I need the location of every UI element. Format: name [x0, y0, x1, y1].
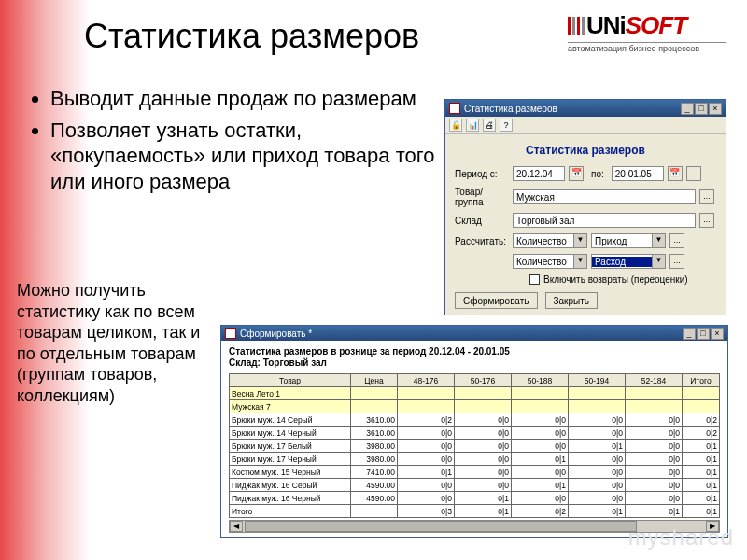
calc-direction-1-select[interactable]: Приход ▼ — [591, 233, 666, 248]
table-row[interactable]: Пиджак муж. 16 Черный4590.000|00|10|00|0… — [230, 492, 720, 505]
table-cell — [398, 387, 455, 400]
column-header[interactable]: 50-176 — [455, 374, 512, 387]
table-cell: 0|1 — [398, 466, 455, 479]
table-cell: 0|1 — [512, 479, 569, 492]
table-cell — [683, 400, 720, 413]
result-title-bar[interactable]: Сформировать * _ □ × — [221, 326, 727, 341]
warehouse-more-button[interactable]: ... — [699, 213, 714, 228]
date-from-input[interactable] — [513, 166, 565, 181]
calendar-to-button[interactable]: 📅 — [668, 166, 683, 181]
table-cell: 0|0 — [398, 479, 455, 492]
table-cell: 0|2 — [683, 413, 720, 427]
period-more-button[interactable]: ... — [686, 166, 701, 181]
table-cell: 0|0 — [398, 427, 455, 440]
maximize-button[interactable]: □ — [695, 103, 708, 115]
svg-rect-2 — [577, 17, 580, 35]
form-button[interactable]: Сформировать — [455, 292, 538, 309]
maximize-button[interactable]: □ — [697, 328, 710, 340]
warehouse-input[interactable] — [513, 213, 696, 228]
table-cell: 0|1 — [569, 505, 626, 518]
column-header[interactable]: Итого — [683, 374, 720, 387]
column-header[interactable]: Товар — [230, 374, 351, 387]
table-cell: 0|0 — [626, 427, 683, 440]
chevron-down-icon: ▼ — [573, 255, 586, 268]
print-icon[interactable]: 🖨 — [483, 119, 496, 132]
close-button[interactable]: × — [709, 103, 722, 115]
table-row[interactable]: Брюки муж. 17 Черный3980.000|00|00|10|00… — [230, 453, 720, 466]
column-header[interactable]: 52-184 — [626, 374, 683, 387]
table-cell: 0|0 — [569, 479, 626, 492]
minimize-button[interactable]: _ — [683, 328, 696, 340]
table-cell: 3980.00 — [351, 440, 398, 453]
table-cell: 0|0 — [626, 413, 683, 427]
table-row[interactable]: Пиджак муж. 16 Серый4590.000|00|00|10|00… — [230, 479, 720, 492]
table-cell: Костюм муж. 15 Черный — [230, 466, 351, 479]
warehouse-label: Склад — [455, 216, 509, 226]
help-icon[interactable]: ? — [500, 119, 513, 132]
group-input[interactable] — [513, 189, 696, 204]
dialog-toolbar: 🔒 📊 🖨 ? — [445, 117, 726, 134]
bullet-item: Выводит данные продаж по размерам — [50, 86, 439, 112]
table-cell: 4590.00 — [351, 492, 398, 505]
table-cell: 0|0 — [512, 413, 569, 427]
table-cell: 0|2 — [398, 413, 455, 427]
table-row[interactable]: Костюм муж. 15 Черный7410.000|10|00|00|0… — [230, 466, 720, 479]
table-cell — [569, 400, 626, 413]
group-more-button[interactable]: ... — [699, 189, 714, 204]
table-cell: 0|0 — [569, 413, 626, 427]
table-row[interactable]: Брюки муж. 14 Черный3610.000|00|00|00|00… — [230, 427, 720, 440]
result-heading-1: Статистика размеров в рознице за период … — [229, 346, 720, 357]
close-button[interactable]: × — [711, 328, 724, 340]
table-cell — [626, 400, 683, 413]
bullet-item: Позволяет узнать остатки, «покупаемость»… — [50, 118, 439, 195]
chevron-down-icon: ▼ — [652, 234, 665, 247]
dialog-title-bar[interactable]: Статистика размеров _ □ × — [445, 100, 726, 117]
table-cell: Брюки муж. 14 Серый — [230, 413, 351, 427]
returns-checkbox-label: Включить возвраты (переоценки) — [543, 274, 688, 285]
table-cell: 0|0 — [626, 440, 683, 453]
app-icon — [449, 103, 460, 114]
scroll-thumb[interactable] — [245, 521, 637, 532]
table-cell: 0|1 — [683, 440, 720, 453]
table-row[interactable]: Брюки муж. 17 Белый3980.000|00|00|00|10|… — [230, 440, 720, 453]
table-cell: Брюки муж. 17 Черный — [230, 453, 351, 466]
column-header[interactable]: 50-194 — [569, 374, 626, 387]
column-header[interactable]: 48-176 — [398, 374, 455, 387]
calc-quantity-1-select[interactable]: Количество ▼ — [513, 233, 587, 248]
table-cell: 0|0 — [512, 492, 569, 505]
result-heading-2: Склад: Торговый зал — [229, 357, 720, 368]
column-header[interactable]: 50-188 — [512, 374, 569, 387]
minimize-button[interactable]: _ — [681, 103, 694, 115]
select-value: Количество — [514, 236, 573, 246]
table-cell: 3980.00 — [351, 453, 398, 466]
table-cell: 0|0 — [455, 413, 512, 427]
calc-direction-2-select[interactable]: Расход ▼ — [591, 254, 666, 269]
select-value: Количество — [514, 257, 573, 267]
date-to-input[interactable] — [612, 166, 664, 181]
table-cell: 0|0 — [455, 440, 512, 453]
table-row[interactable]: Весна Лето 1 — [230, 387, 720, 400]
bullet-list: Выводит данные продаж по размерам Позвол… — [28, 86, 439, 200]
table-row[interactable]: Итого0|30|10|20|10|10|1 — [230, 505, 720, 518]
table-row[interactable]: Мужская 7 — [230, 400, 720, 413]
column-header[interactable]: Цена — [351, 374, 398, 387]
close-dialog-button[interactable]: Закрыть — [545, 292, 599, 309]
table-cell: 0|0 — [626, 453, 683, 466]
lock-icon[interactable]: 🔒 — [449, 119, 462, 132]
table-cell: 0|0 — [455, 466, 512, 479]
returns-checkbox[interactable] — [529, 274, 540, 285]
table-cell: 0|1 — [683, 453, 720, 466]
table-cell: 0|0 — [569, 492, 626, 505]
svg-rect-3 — [582, 17, 585, 35]
calc-quantity-2-select[interactable]: Количество ▼ — [513, 254, 587, 269]
calc-more-1-button[interactable]: ... — [669, 233, 684, 248]
table-cell: 7410.00 — [351, 466, 398, 479]
table-cell — [351, 387, 398, 400]
table-cell: 0|1 — [455, 492, 512, 505]
table-row[interactable]: Брюки муж. 14 Серый3610.000|20|00|00|00|… — [230, 413, 720, 427]
calc-more-2-button[interactable]: ... — [669, 254, 684, 269]
chart-icon[interactable]: 📊 — [466, 119, 479, 132]
scroll-left-icon[interactable]: ◀ — [230, 521, 243, 532]
logo-bars-icon — [568, 13, 586, 32]
calendar-from-button[interactable]: 📅 — [569, 166, 584, 181]
